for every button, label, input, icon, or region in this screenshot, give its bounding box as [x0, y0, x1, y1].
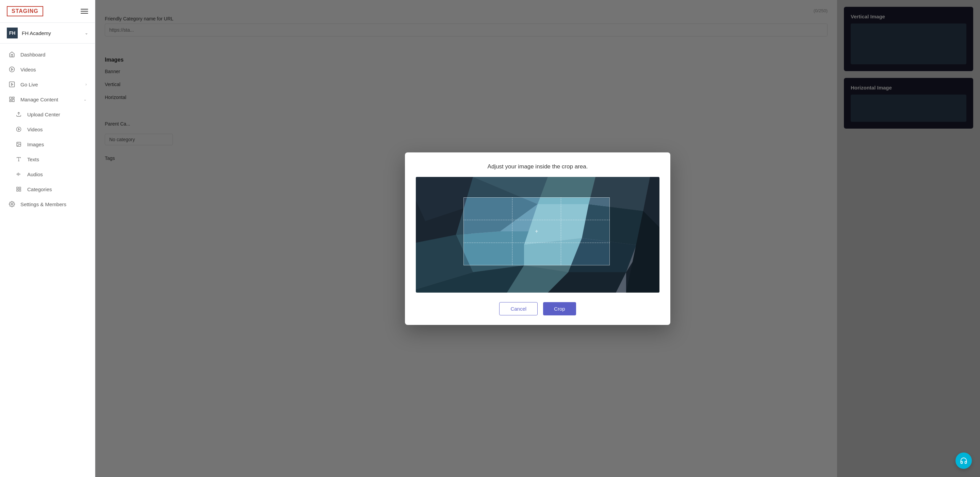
sidebar-item-label: Settings & Members [21, 202, 66, 207]
grid-icon [15, 185, 22, 193]
sidebar-item-videos-sub[interactable]: Videos [0, 122, 95, 137]
sidebar-item-golive[interactable]: Go Live › [0, 77, 95, 92]
sidebar-nav: Dashboard Videos Go Live › Manage Con [0, 43, 95, 477]
sidebar-item-label: Texts [27, 156, 39, 162]
crop-button[interactable]: Crop [543, 302, 576, 315]
svg-rect-24 [19, 189, 21, 191]
menu-icon[interactable] [81, 9, 88, 14]
svg-marker-1 [11, 68, 13, 70]
dialog-title: Adjust your image inside the crop area. [416, 163, 659, 170]
svg-rect-22 [19, 187, 21, 189]
sidebar-item-audios[interactable]: Audios [0, 167, 95, 182]
svg-rect-7 [10, 100, 11, 102]
account-name: FH Academy [22, 30, 51, 36]
upload-icon [15, 111, 22, 118]
sidebar-item-label: Audios [27, 172, 43, 177]
sidebar-item-texts[interactable]: Texts [0, 152, 95, 167]
svg-point-12 [18, 143, 18, 144]
headset-icon [960, 457, 967, 464]
sidebar-item-label: Manage Content [21, 97, 58, 102]
settings-icon [8, 200, 16, 208]
svg-marker-10 [18, 128, 20, 130]
sidebar-item-label: Go Live [21, 82, 38, 87]
home-icon [8, 51, 16, 58]
crop-container[interactable]: + [416, 177, 659, 293]
svg-marker-36 [538, 177, 595, 204]
sidebar-item-videos[interactable]: Videos [0, 62, 95, 77]
sidebar-header: STAGING [0, 0, 95, 23]
sidebar-item-categories[interactable]: Categories [0, 182, 95, 197]
layout-icon [8, 95, 16, 103]
sidebar: STAGING FH FH Academy ⌄ Dashboard Videos [0, 0, 95, 477]
chevron-down-icon: ⌄ [83, 97, 87, 102]
svg-rect-21 [17, 187, 18, 189]
dialog-overlay: Adjust your image inside the crop area. [95, 0, 980, 477]
account-chevron-icon: ⌄ [85, 30, 88, 35]
play-circle-icon [8, 66, 16, 73]
svg-marker-42 [582, 204, 643, 245]
dialog-buttons: Cancel Crop [416, 302, 659, 315]
sidebar-item-label: Categories [27, 186, 52, 192]
sidebar-item-dashboard[interactable]: Dashboard [0, 47, 95, 62]
svg-point-25 [11, 204, 13, 205]
svg-rect-2 [10, 82, 14, 87]
crop-dialog: Adjust your image inside the crop area. [405, 153, 670, 325]
svg-rect-6 [13, 99, 14, 102]
svg-marker-3 [11, 83, 13, 86]
text-icon [15, 156, 22, 163]
sidebar-item-label: Videos [21, 67, 36, 73]
account-avatar: FH [7, 27, 18, 38]
sidebar-item-manage-content[interactable]: Manage Content ⌄ [0, 92, 95, 107]
svg-point-0 [10, 67, 14, 72]
chevron-right-icon: › [86, 82, 87, 87]
svg-rect-5 [13, 97, 14, 98]
sidebar-item-images[interactable]: Images [0, 137, 95, 152]
svg-rect-23 [17, 189, 18, 191]
cancel-button[interactable]: Cancel [499, 302, 538, 315]
play-circle-sub-icon [15, 126, 22, 133]
sidebar-account[interactable]: FH FH Academy ⌄ [0, 23, 95, 43]
audio-icon [15, 170, 22, 178]
play-square-icon [8, 81, 16, 88]
sidebar-item-label: Images [27, 142, 44, 147]
main-content: (0/250) Friendly Category name for URL I… [95, 0, 980, 477]
sidebar-item-label: Upload Center [27, 111, 60, 118]
sidebar-item-label: Dashboard [21, 52, 45, 57]
svg-rect-4 [10, 97, 11, 99]
svg-point-9 [16, 127, 21, 131]
staging-logo: STAGING [7, 6, 43, 16]
sidebar-item-label: Videos [27, 127, 43, 132]
crop-background-svg [416, 177, 659, 293]
sidebar-item-settings[interactable]: Settings & Members [0, 197, 95, 211]
sidebar-item-upload-center[interactable]: Upload Center [0, 107, 95, 122]
support-button[interactable] [956, 453, 972, 469]
image-icon [15, 140, 22, 148]
